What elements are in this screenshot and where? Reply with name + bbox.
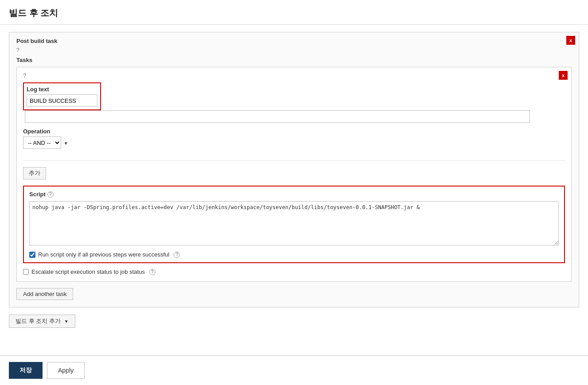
chevron-down-icon: ▼ (64, 319, 69, 324)
close-x-icon: x (569, 38, 572, 43)
operation-select[interactable]: -- AND -- -- OR -- (23, 136, 61, 149)
task-help[interactable]: ? (23, 73, 565, 79)
task-inner-box: x ? Log text Operation (16, 67, 572, 282)
section-title: Post build task (16, 38, 57, 44)
log-text-extra-input[interactable] (25, 110, 530, 123)
log-text-input[interactable] (27, 94, 97, 107)
script-help-icon[interactable]: ? (47, 191, 54, 198)
page-title: 빌드 후 조치 (0, 0, 588, 25)
close-task-button[interactable]: x (559, 71, 568, 80)
add-another-task-button[interactable]: Add another task (16, 288, 73, 300)
log-text-label: Log text (27, 86, 97, 93)
close-task-x-icon: x (562, 73, 565, 78)
script-textarea[interactable]: nohup java -jar -DSpring.profiles.active… (29, 201, 559, 245)
close-section-button[interactable]: x (566, 36, 575, 45)
operation-label: Operation (23, 128, 565, 135)
escalate-checkbox-row: Escalate script execution status to job … (23, 268, 565, 275)
page-wrapper: 빌드 후 조치 x Post build task ? Tasks x (0, 0, 588, 385)
operation-field-group: Operation -- AND -- -- OR -- ▼ (23, 128, 565, 149)
script-label-row: Script ? (29, 191, 559, 198)
escalate-label: Escalate script execution status to job … (31, 268, 145, 275)
apply-button[interactable]: Apply (47, 362, 85, 379)
divider (23, 154, 565, 161)
main-content: x Post build task ? Tasks x ? (0, 25, 588, 335)
post-build-add-label: 빌드 후 조치 추가 (16, 317, 61, 325)
tasks-label: Tasks (16, 57, 572, 63)
section-help-icon[interactable]: ? (16, 47, 572, 53)
log-text-field-group: Log text (23, 82, 565, 123)
post-build-add-wrapper: 빌드 후 조치 추가 ▼ (9, 315, 579, 328)
save-button[interactable]: 저장 (9, 362, 43, 379)
log-text-highlight-box: Log text (23, 82, 101, 110)
run-script-label: Run script only if all previous steps we… (38, 251, 169, 258)
bottom-bar: 저장 Apply (0, 355, 588, 385)
run-script-checkbox[interactable] (29, 252, 35, 258)
section-title-row: Post build task (16, 38, 572, 45)
run-script-checkbox-row: Run script only if all previous steps we… (29, 251, 559, 258)
script-section: Script ? nohup java -jar -DSpring.profil… (23, 186, 565, 263)
escalate-checkbox[interactable] (23, 269, 29, 275)
escalate-help-icon[interactable]: ? (149, 269, 156, 275)
chevron-down-icon: ▼ (64, 141, 68, 146)
post-build-task-section: x Post build task ? Tasks x ? (9, 32, 579, 307)
run-script-help-icon[interactable]: ? (174, 252, 180, 258)
post-build-add-button[interactable]: 빌드 후 조치 추가 ▼ (9, 315, 75, 328)
add-button[interactable]: 추가 (23, 167, 46, 179)
script-label: Script (29, 191, 46, 198)
